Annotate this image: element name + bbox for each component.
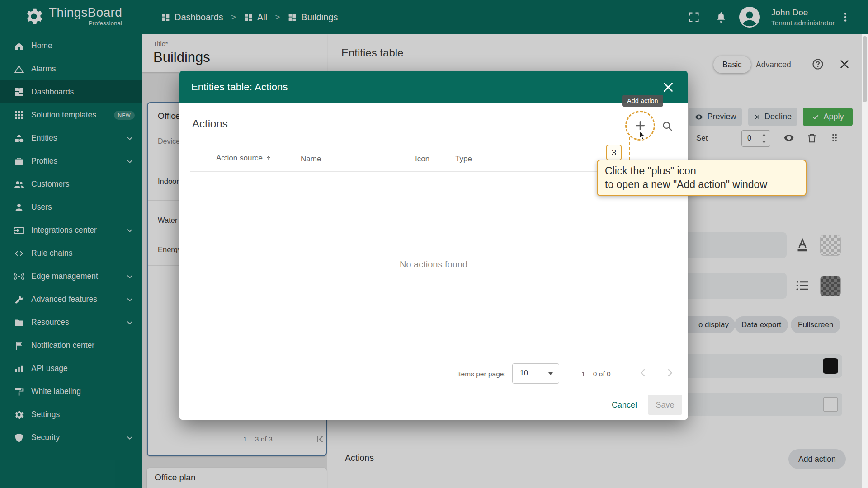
dialog-close-icon[interactable] (660, 80, 676, 95)
save-button[interactable]: Save (648, 395, 682, 415)
add-action-plus-button[interactable] (629, 114, 651, 137)
column-header-action-source[interactable]: Action source (216, 154, 272, 163)
dialog-title: Entities table: Actions (191, 81, 288, 93)
scrollbar-track[interactable] (862, 34, 868, 488)
column-header-icon: Icon (415, 155, 429, 164)
search-button[interactable] (656, 115, 679, 137)
select-caret-icon (548, 372, 553, 375)
divider (190, 171, 677, 172)
items-per-page-select[interactable]: 10 (512, 363, 559, 384)
plus-icon (633, 119, 647, 132)
items-per-page-value: 10 (520, 369, 528, 377)
dialog-entities-table-actions: Entities table: Actions Actions Action s… (179, 71, 688, 420)
items-per-page-label: Items per page: (457, 370, 506, 378)
sort-arrow-up-icon (265, 155, 272, 162)
dialog-section-title: Actions (192, 117, 228, 130)
scrollbar-thumb[interactable] (863, 36, 867, 102)
app-root: ThingsBoard Professional Dashboards > Al… (0, 0, 868, 488)
pagination-range: 1 – 0 of 0 (581, 370, 611, 378)
column-header-type: Type (455, 155, 472, 164)
chevron-left-icon[interactable] (637, 366, 649, 379)
cancel-button[interactable]: Cancel (599, 395, 649, 415)
chevron-right-icon[interactable] (664, 366, 676, 379)
column-header-name: Name (301, 155, 321, 164)
search-icon (661, 120, 674, 132)
dialog-header: Entities table: Actions (179, 71, 688, 103)
empty-state-text: No actions found (179, 259, 688, 270)
